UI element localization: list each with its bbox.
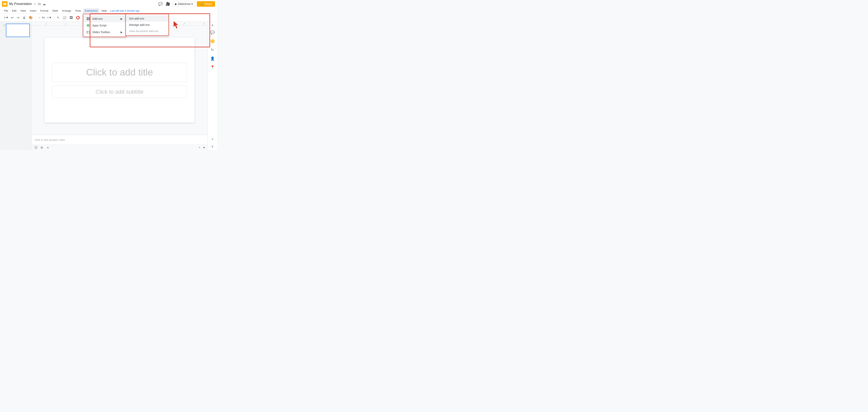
- shapes-button[interactable]: ⭕: [75, 15, 81, 20]
- right-sidebar: ∧ 💬 🟡 ↻ 👤 📍 ＋ ∨: [208, 22, 217, 150]
- extensions-menu: Add-ons ▶ JS Apps Script Slides Toolbox …: [83, 14, 126, 37]
- addons-arrow-icon: ▶: [121, 17, 123, 20]
- svg-text:9: 9: [204, 23, 205, 25]
- print-button[interactable]: 🖨: [21, 15, 27, 20]
- svg-text:JS: JS: [87, 25, 89, 26]
- chevron-up-icon[interactable]: ∧: [211, 23, 214, 27]
- share-label: Share: [205, 2, 212, 5]
- menu-arrange[interactable]: Arrange: [60, 8, 73, 13]
- app-icon: [2, 1, 7, 7]
- title-right-actions: 💬 🎥 ▶ Slideshow ▾ 🔒 Share: [157, 1, 215, 7]
- extensions-apps-script-item[interactable]: JS Apps Script: [83, 22, 126, 29]
- menu-slide[interactable]: Slide: [50, 8, 60, 13]
- paint-format-button[interactable]: 🎨: [28, 15, 34, 20]
- zoom-in-button[interactable]: ＋▾: [45, 15, 52, 21]
- grid-view-button[interactable]: ⊞: [39, 145, 44, 149]
- cursor-button[interactable]: ↖: [56, 15, 61, 20]
- menu-file[interactable]: File: [2, 8, 10, 13]
- menu-bar: File Edit View Insert Format Slide Arran…: [0, 8, 217, 14]
- sidebar-person-icon[interactable]: 👤: [209, 56, 216, 62]
- slideshow-button[interactable]: ▶ Slideshow ▾: [173, 1, 195, 7]
- undo-button[interactable]: ↩: [10, 15, 15, 20]
- add-slide-bottom-button[interactable]: ＋: [197, 145, 202, 150]
- svg-text:1: 1: [46, 23, 47, 25]
- bottom-bar: ≡ ⊞ ◂ ＋ ▸: [32, 145, 208, 150]
- sidebar-chat-icon[interactable]: 💬: [209, 29, 216, 36]
- svg-rect-2: [4, 4, 6, 4]
- notes-placeholder: Click to add speaker notes: [35, 138, 65, 141]
- folder-icon[interactable]: 🗁: [38, 2, 41, 6]
- slideshow-chevron-icon: ▾: [191, 2, 193, 5]
- addons-submenu: Get add-ons Manage add-ons View document…: [125, 14, 169, 36]
- extensions-addons-item[interactable]: Add-ons ▶: [83, 15, 126, 22]
- svg-text:8: 8: [184, 23, 185, 25]
- lock-icon: 🔒: [200, 2, 204, 5]
- menu-view[interactable]: View: [18, 8, 28, 13]
- zoom-control[interactable]: − Fit ＋▾: [37, 15, 52, 21]
- slides-toolbox-arrow-icon: ▶: [121, 31, 123, 34]
- text-box-button[interactable]: ⬜: [61, 15, 68, 20]
- slides-toolbox-icon: [86, 30, 90, 34]
- zoom-label: Fit: [42, 16, 44, 19]
- sidebar-add-icon[interactable]: ＋: [209, 136, 216, 142]
- addons-icon: [86, 17, 90, 21]
- slide-number: 1: [2, 24, 5, 26]
- comments-button[interactable]: 💬: [157, 1, 163, 7]
- add-button[interactable]: ＋▾: [2, 15, 9, 21]
- addons-label: Add-ons: [92, 17, 102, 20]
- subtitle-placeholder[interactable]: Click to add subtitle: [52, 86, 187, 98]
- manage-addons-label: Manage add-ons: [129, 23, 150, 26]
- apps-script-icon: JS: [86, 24, 90, 27]
- view-doc-addons-label: View document add-ons: [129, 30, 159, 33]
- svg-rect-23: [88, 18, 90, 19]
- image-button[interactable]: 🖼: [68, 15, 74, 20]
- slide-panel: 1: [0, 22, 32, 150]
- svg-rect-22: [87, 18, 88, 19]
- view-doc-addons-item: View document add-ons: [126, 28, 168, 34]
- sidebar-collapse-button[interactable]: ◂: [46, 145, 50, 149]
- meet-button[interactable]: 🎥: [165, 1, 171, 7]
- sidebar-collab-icon[interactable]: 🟡: [209, 38, 216, 44]
- extensions-slides-toolbox-item[interactable]: Slides Toolbox ▶: [83, 29, 126, 35]
- get-addons-item[interactable]: Get add-ons: [126, 15, 168, 22]
- menu-insert[interactable]: Insert: [28, 8, 38, 13]
- slide-preview-1[interactable]: [6, 24, 30, 37]
- cloud-icon[interactable]: ☁: [42, 2, 46, 6]
- svg-rect-25: [88, 19, 90, 20]
- menu-format[interactable]: Format: [38, 8, 50, 13]
- svg-rect-1: [3, 3, 6, 5]
- sidebar-location-icon[interactable]: 📍: [209, 64, 216, 70]
- sidebar-refresh-icon[interactable]: ↻: [209, 47, 216, 53]
- slide-thumbnail-1[interactable]: 1: [2, 24, 30, 37]
- share-button[interactable]: 🔒 Share: [197, 1, 215, 7]
- svg-rect-24: [87, 19, 88, 20]
- manage-addons-item[interactable]: Manage add-ons: [126, 22, 168, 28]
- presentation-title: My Presentation: [9, 2, 32, 6]
- slideshow-icon: ▶: [175, 2, 177, 5]
- star-icon[interactable]: ☆: [34, 2, 36, 6]
- title-placeholder[interactable]: Click to add title: [52, 63, 187, 82]
- menu-tools[interactable]: Tools: [73, 8, 83, 13]
- bottom-right-chevron[interactable]: ▸: [204, 145, 205, 149]
- slides-toolbox-label: Slides Toolbox: [92, 31, 110, 34]
- toolbar-separator-1: [35, 16, 36, 20]
- slideshow-label: Slideshow: [178, 2, 191, 5]
- ruler-corner: [32, 22, 35, 26]
- title-bar: My Presentation ☆ 🗁 ☁ 💬 🎥 ▶ Slideshow ▾ …: [0, 0, 217, 8]
- svg-text:2: 2: [65, 23, 66, 25]
- get-addons-label: Get add-ons: [129, 17, 144, 20]
- redo-button[interactable]: ↪: [16, 15, 21, 20]
- slide-view-button[interactable]: ≡: [34, 145, 38, 149]
- slide-canvas[interactable]: Click to add title Click to add subtitle: [44, 38, 194, 123]
- chevron-down-icon[interactable]: ∨: [211, 144, 214, 148]
- zoom-out-button[interactable]: −: [37, 15, 41, 20]
- speaker-notes[interactable]: Click to add speaker notes: [32, 135, 208, 145]
- svg-rect-27: [87, 31, 90, 33]
- title-action-icons: ☆ 🗁 ☁: [34, 2, 46, 6]
- menu-help[interactable]: Help: [99, 8, 109, 13]
- canvas-container[interactable]: Click to add title Click to add subtitle: [32, 26, 208, 135]
- apps-script-label: Apps Script: [92, 24, 106, 27]
- menu-extensions[interactable]: Extensions: [83, 8, 100, 13]
- menu-edit[interactable]: Edit: [10, 8, 18, 13]
- last-edit-text: Last edit was 3 minutes ago: [110, 9, 140, 12]
